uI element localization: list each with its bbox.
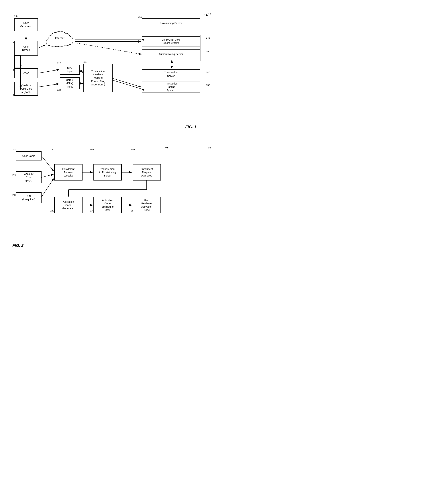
cvv-input-box: CVV Input (60, 65, 80, 75)
svg-line-25 (41, 178, 54, 197)
credit-debit-box: Credit or Debit Card # (PAN) (14, 82, 38, 96)
provisioning-server-label: Provisioning Server (160, 21, 182, 25)
transaction-server-box: Transaction Server (142, 69, 200, 79)
ref-135: 135 (206, 84, 210, 87)
authenticating-server-box: Authenticating Server (142, 49, 200, 59)
enrollment-request-box: Enrollment Request Website (54, 164, 83, 180)
svg-line-20 (204, 15, 208, 16)
svg-line-8 (80, 70, 83, 73)
fig2-diagram: 20 200 220 210 230 240 250 260 270 280 U… (11, 146, 211, 252)
user-retrieves-label: User Retrieves Activation Code (141, 198, 152, 212)
user-device-box: User Device (14, 41, 38, 55)
internet-cloud: Internet (44, 30, 75, 50)
ref-130: 130 (83, 61, 87, 64)
dcv-generator-label: DCV Generator (20, 21, 32, 28)
svg-line-7 (38, 84, 59, 87)
ref-260-label: 260 (50, 209, 54, 212)
enrollment-approved-label: Enrollment Request Approved (141, 167, 153, 177)
credit-debit-label: Credit or Debit Card # (PAN) (20, 84, 32, 94)
ref-155: 155 (138, 16, 142, 18)
svg-line-10 (113, 78, 141, 87)
activation-emailed-label: Activation Code Emailed to User (102, 198, 113, 212)
transaction-server-label: Transaction Server (164, 71, 177, 77)
activation-generated-label: Activation Code Generated (62, 200, 74, 210)
ref-100: 100 (14, 15, 18, 17)
ref-200-label: 200 (12, 148, 17, 151)
ref-120: 120 (57, 62, 61, 65)
pin-box: PIN (if required) (16, 192, 41, 203)
cvv-box: CVV (14, 68, 38, 78)
svg-line-13 (75, 43, 142, 54)
fig2-title: FIG. 2 (12, 243, 23, 248)
ref-150: 150 (206, 50, 210, 53)
transaction-interface-box: Transaction Interface (Website, Phone, F… (83, 64, 113, 92)
internet-label: Internet (44, 36, 75, 39)
transaction-hosting-box: Transaction Hosting System (142, 81, 200, 93)
svg-line-22 (165, 147, 169, 148)
transaction-hosting-label: Transaction Hosting System (164, 82, 177, 92)
account-code-box: Account Code (PAN) (16, 171, 41, 183)
pin-label: PIN (if required) (22, 195, 35, 201)
fig1-title: FIG. 1 (185, 125, 196, 129)
svg-line-23 (41, 156, 54, 171)
user-name-box: User Name (16, 151, 41, 161)
user-retrieves-box: User Retrieves Activation Code (133, 197, 161, 213)
svg-line-24 (41, 174, 54, 177)
ref-20-label: 20 (208, 147, 211, 149)
credit-debit-issuing-box: Credit/Debit Card Issuing System (142, 36, 200, 46)
ref-250-label: 250 (131, 148, 135, 151)
ref-10: 10 (208, 13, 211, 16)
user-device-label: User Device (22, 45, 30, 52)
activation-emailed-box: Activation Code Emailed to User (93, 197, 122, 213)
cvv-label: CVV (23, 72, 29, 75)
ref-210-label: 210 (12, 194, 17, 196)
fig1-diagram: 10 100 105 110 115 120 130 125 155 145 1… (11, 13, 211, 131)
card-pan-input-label: Card # (PAN) Input (66, 78, 74, 88)
svg-line-11 (113, 80, 141, 89)
enrollment-approved-box: Enrollment Request Approved (133, 164, 161, 180)
credit-debit-issuing-label: Credit/Debit Card Issuing System (162, 38, 180, 45)
provisioning-server-box: Provisioning Server (142, 18, 200, 28)
user-name-label: User Name (22, 154, 35, 158)
transaction-interface-label: Transaction Interface (Website, Phone, F… (91, 70, 105, 86)
ref-270-label: 270 (90, 209, 94, 212)
authenticating-server-label: Authenticating Server (159, 53, 183, 56)
account-code-label: Account Code (PAN) (24, 172, 34, 182)
svg-line-6 (38, 70, 59, 73)
cvv-input-label: CVV Input (67, 66, 72, 73)
request-sent-label: Request Sent to Provisioning Server (99, 167, 116, 177)
ref-140: 140 (206, 71, 210, 74)
ref-145: 145 (206, 36, 210, 39)
ref-240-label: 240 (90, 148, 94, 151)
ref-220-label: 220 (12, 174, 17, 176)
enrollment-request-label: Enrollment Request Website (62, 167, 74, 177)
request-sent-box: Request Sent to Provisioning Server (93, 164, 122, 180)
ref-230-label: 230 (50, 148, 54, 151)
card-pan-input-box: Card # (PAN) Input (60, 77, 80, 89)
dcv-generator-box: DCV Generator (14, 18, 38, 31)
activation-generated-box: Activation Code Generated (54, 197, 83, 213)
